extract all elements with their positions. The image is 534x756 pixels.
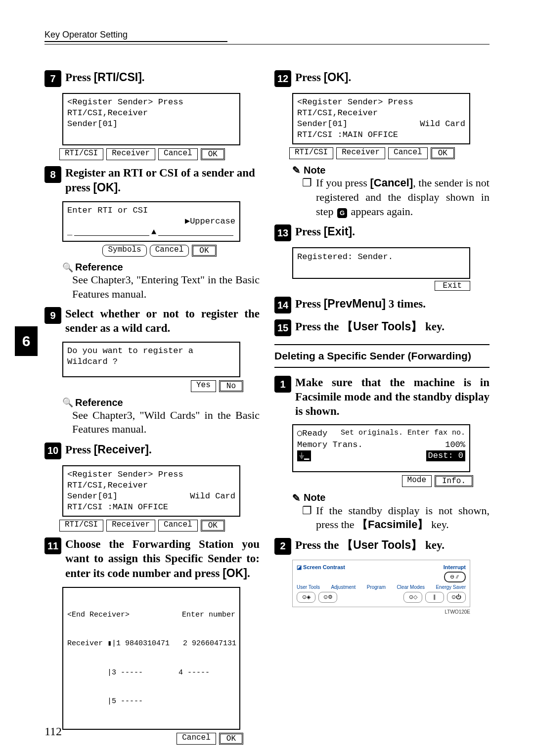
lcd-9: Do you want to register a Wildcard ? (62, 342, 240, 377)
user-tools-button[interactable]: ⊙◈ (297, 592, 315, 603)
clear-modes-button[interactable]: ∥ (425, 592, 444, 603)
sk-ok[interactable]: OK (219, 733, 243, 745)
sk-receiver[interactable]: Receiver (336, 147, 385, 159)
sk-symbols[interactable]: Symbols (102, 245, 146, 257)
right-column: 12 Press [OK]. <Register Sender> Press R… (274, 64, 490, 750)
sk-cancel[interactable]: Cancel (177, 733, 216, 745)
dstep-2: 2 Press the User Tools key. (274, 538, 490, 555)
user-tools-key: User Tools (342, 320, 422, 333)
step-10: 10 Press [Receiver]. (44, 443, 260, 459)
chapter-tab: 6 (15, 326, 38, 356)
sk-receiver[interactable]: Receiver (106, 520, 155, 532)
dstep-1-text: Make sure that the machine is in Facsimi… (295, 376, 490, 418)
step-number-7: 7 (44, 70, 61, 87)
step-7-text: Press (65, 71, 94, 84)
deleting-sender-heading: Deleting a Specific Sender (Forwarding) (274, 344, 490, 368)
softkeys-9: Yes No (59, 380, 243, 392)
sk-yes[interactable]: Yes (191, 380, 216, 392)
step-14: 14 Press [PrevMenu] 3 times. (274, 297, 490, 313)
reference-body-9: See Chapter3, "Wild Cards" in the Basic … (72, 408, 260, 437)
header-underline (44, 41, 227, 42)
sk-cancel[interactable]: Cancel (158, 520, 198, 532)
lcd-d1: ◯ReadySet originals. Enter fax no. Memor… (292, 424, 470, 472)
step-number-9: 9 (44, 307, 61, 324)
step-11: 11 Choose the Forwarding Station you wan… (44, 537, 260, 580)
step-number-8: 8 (44, 166, 61, 183)
step-number-15: 15 (274, 319, 291, 336)
dstep-2-text: Press the (295, 539, 342, 551)
step-10-text: Press (65, 444, 94, 456)
sk-ok[interactable]: OK (192, 245, 216, 257)
sk-no[interactable]: No (219, 380, 243, 392)
softkeys-8: Symbols Cancel OK (59, 245, 260, 257)
sk-ok[interactable]: OK (201, 520, 225, 532)
softkeys-10: RTI/CSI Receiver Cancel OK (59, 520, 260, 532)
dstep-number-2: 2 (274, 538, 291, 555)
ok-label: [OK] (93, 181, 118, 194)
reference-head-9: Reference (62, 397, 260, 408)
step-15: 15 Press the User Tools key. (274, 319, 490, 336)
step-7: 7 Press [RTI/CSI]. (44, 70, 260, 87)
facsimile-key: Facsimile (357, 518, 428, 531)
sk-rti-csi[interactable]: RTI/CSI (289, 147, 333, 159)
step-14-text: Press (295, 298, 324, 310)
sk-ok[interactable]: OK (201, 148, 225, 160)
softkeys-d1: Mode Info. (289, 475, 473, 487)
step-15-text: Press the (295, 320, 342, 333)
receiver-label: [Receiver] (94, 443, 149, 456)
ok-label: [OK] (324, 71, 349, 84)
sk-mode[interactable]: Mode (402, 475, 432, 487)
sk-cancel[interactable]: Cancel (158, 148, 198, 160)
note-head-12: Note (292, 164, 490, 176)
note-head-d1: Note (292, 492, 490, 504)
step-8: 8 Register an RTI or CSI of a sender and… (44, 166, 260, 195)
step-number-10: 10 (44, 443, 61, 459)
sk-rti-csi[interactable]: RTI/CSI (59, 148, 103, 160)
program-button[interactable]: ⊙◇ (403, 592, 422, 603)
energy-saver-button[interactable]: ⊙⏻ (447, 592, 466, 603)
sk-ok[interactable]: OK (431, 147, 455, 159)
sk-cancel[interactable]: Cancel (388, 147, 428, 159)
sk-rti-csi[interactable]: RTI/CSI (59, 520, 103, 532)
lcd-10: <Register Sender> Press RTI/CSI,Receiver… (62, 465, 240, 517)
sk-info[interactable]: Info. (435, 475, 473, 487)
user-tools-key: User Tools (342, 538, 422, 551)
step-number-11: 11 (44, 537, 61, 554)
dstep-number-1: 1 (274, 376, 291, 393)
sk-exit[interactable]: Exit (435, 281, 470, 291)
adjustment-button[interactable]: ⊙⚙ (318, 592, 337, 603)
step-number-13: 13 (274, 224, 291, 241)
note-body-d1: ❐ If the standby display is not shown, p… (302, 504, 490, 532)
header-rule (44, 44, 490, 44)
prevmenu-label: [PrevMenu] (324, 297, 386, 310)
interrupt-button[interactable]: ⊖⫽ (444, 572, 466, 582)
softkeys-12: RTI/CSI Receiver Cancel OK (289, 147, 490, 159)
softkeys-13: Exit (274, 281, 470, 291)
reference-head-8: Reference (62, 262, 260, 273)
step-13-text: Press (295, 225, 324, 238)
softkeys-7: RTI/CSI Receiver Cancel OK (59, 148, 260, 160)
control-panel-diagram: ◪ Screen Contrast Interrupt ⊖⫽ User Tool… (292, 560, 470, 607)
ok-label: [OK] (222, 567, 247, 579)
sk-cancel[interactable]: Cancel (150, 245, 189, 257)
lcd-12: <Register Sender> Press RTI/CSI,Receiver… (292, 93, 470, 144)
step-12: 12 Press [OK]. (274, 70, 490, 87)
rti-csi-label: [RTI/CSI] (94, 71, 142, 84)
step-ref-6: G (337, 208, 347, 218)
header-section: Key Operator Setting (44, 30, 490, 40)
bullet-icon: ❐ (302, 504, 312, 532)
exit-label: [Exit] (324, 225, 353, 238)
bullet-icon: ❐ (302, 176, 312, 219)
page-number: 112 (44, 725, 62, 738)
sk-receiver[interactable]: Receiver (106, 148, 155, 160)
step-9: 9 Select whether or not to register the … (44, 307, 260, 336)
dstep-1: 1 Make sure that the machine is in Facsi… (274, 376, 490, 418)
step-13: 13 Press [Exit]. (274, 224, 490, 241)
reference-body-8: See Chapter3, "Entering Text" in the Bas… (72, 273, 260, 301)
step-number-14: 14 (274, 297, 291, 313)
left-column: 7 Press [RTI/CSI]. <Register Sender> Pre… (44, 64, 260, 750)
lcd-13: Registered: Sender. (292, 247, 470, 279)
lcd-7: <Register Sender> Press RTI/CSI,Receiver… (62, 93, 240, 145)
panel-caption: LTWO120E (292, 609, 470, 615)
lcd-8: Enter RTI or CSI ▶Uppercase _▲ (62, 201, 240, 242)
